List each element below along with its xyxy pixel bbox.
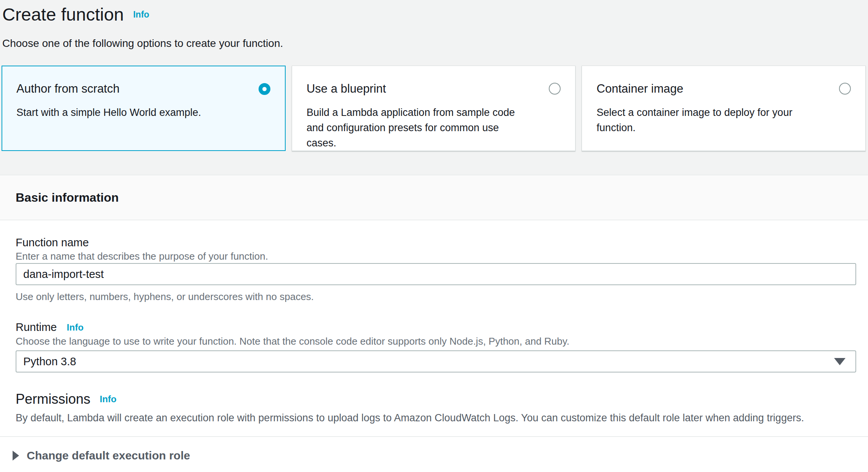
function-name-label: Function name: [16, 236, 856, 249]
runtime-field-group: Runtime Info Choose the language to use …: [16, 320, 856, 372]
runtime-label: Runtime: [16, 321, 57, 333]
section-title: Basic information: [16, 191, 119, 205]
card-description: Build a Lambda application from sample c…: [307, 105, 562, 151]
creation-option-cards: Author from scratch Start with a simple …: [2, 66, 866, 151]
expander-label: Change default execution role: [27, 449, 190, 462]
permissions-section: Permissions Info By default, Lambda will…: [16, 391, 856, 424]
function-name-field-group: Function name Enter a name that describe…: [16, 236, 856, 303]
basic-information-panel: Function name Enter a name that describe…: [0, 220, 868, 472]
permissions-info-link[interactable]: Info: [100, 394, 117, 404]
card-title: Author from scratch: [16, 81, 272, 96]
card-title: Container image: [596, 81, 852, 96]
card-use-a-blueprint[interactable]: Use a blueprint Build a Lambda applicati…: [292, 66, 576, 151]
runtime-description: Choose the language to use to write your…: [16, 335, 856, 347]
function-name-description: Enter a name that describes the purpose …: [16, 250, 856, 262]
function-name-constraint: Use only letters, numbers, hyphens, or u…: [16, 291, 856, 303]
runtime-info-link[interactable]: Info: [67, 322, 84, 332]
caret-down-icon: [834, 358, 845, 365]
page-title: Create function: [2, 4, 124, 25]
card-title: Use a blueprint: [307, 81, 562, 96]
permissions-title: Permissions: [16, 391, 90, 408]
runtime-label-row: Runtime Info: [16, 320, 856, 334]
card-description: Select a container image to deploy for y…: [596, 105, 852, 135]
card-container-image[interactable]: Container image Select a container image…: [582, 66, 866, 151]
card-description: Start with a simple Hello World example.: [16, 105, 272, 120]
radio-unselected-icon[interactable]: [839, 83, 851, 95]
permissions-description: By default, Lambda will create an execut…: [16, 411, 856, 424]
radio-selected-icon[interactable]: [259, 83, 270, 95]
card-author-from-scratch[interactable]: Author from scratch Start with a simple …: [2, 66, 286, 151]
function-name-input[interactable]: [16, 263, 856, 285]
page-header: Create function Info Choose one of the f…: [0, 0, 868, 50]
runtime-select[interactable]: Python 3.8: [16, 350, 856, 372]
runtime-selected-value: Python 3.8: [23, 355, 76, 368]
page-subtitle: Choose one of the following options to c…: [2, 37, 866, 50]
change-default-execution-role-expander[interactable]: Change default execution role: [0, 437, 868, 472]
basic-information-section-header: Basic information: [0, 175, 868, 220]
create-function-info-link[interactable]: Info: [133, 10, 149, 19]
caret-right-icon: [13, 451, 19, 461]
